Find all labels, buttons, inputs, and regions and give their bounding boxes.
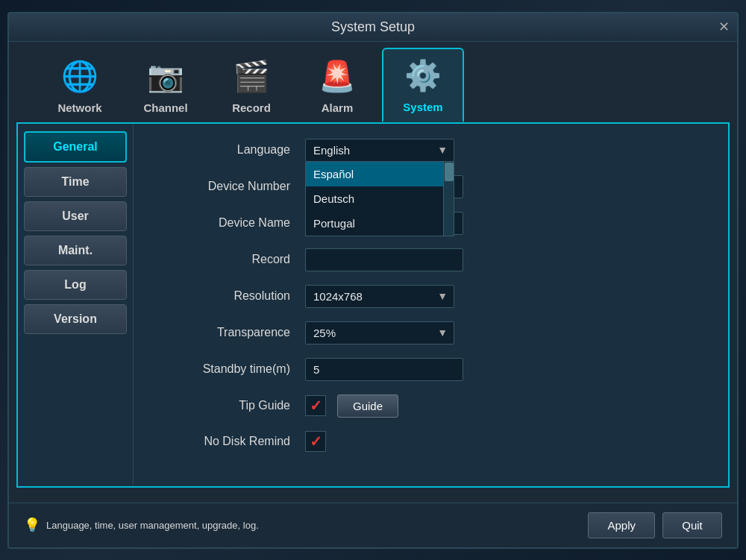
apply-button[interactable]: Apply bbox=[588, 512, 655, 538]
resolution-dropdown-arrow: ▼ bbox=[437, 290, 448, 302]
quit-button[interactable]: Quit bbox=[662, 512, 722, 538]
status-area: 💡 Language, time, user management, upgra… bbox=[24, 517, 259, 533]
sidebar-item-maint[interactable]: Maint. bbox=[24, 236, 127, 265]
transparence-dropdown-wrapper: 25% ▼ bbox=[305, 321, 454, 345]
tip-guide-label: Tip Guide bbox=[156, 399, 290, 412]
resolution-dropdown[interactable]: 1024x768 ▼ bbox=[305, 285, 454, 308]
transparence-label: Transparence bbox=[156, 326, 290, 339]
tab-network-label: Network bbox=[57, 101, 101, 114]
sidebar-item-log[interactable]: Log bbox=[24, 270, 127, 300]
resolution-value: 1024x768 bbox=[313, 290, 363, 303]
status-text: Language, time, user management, upgrade… bbox=[46, 520, 259, 531]
dropdown-scrollbar bbox=[443, 162, 454, 236]
record-label: Record bbox=[156, 253, 290, 266]
language-option-espanol[interactable]: Español bbox=[306, 162, 454, 186]
no-disk-checkbox[interactable]: ✓ bbox=[305, 431, 326, 452]
tab-channel[interactable]: 📷 Channel bbox=[125, 49, 207, 122]
sidebar-item-time[interactable]: Time bbox=[24, 167, 127, 197]
language-dropdown[interactable]: English ▼ bbox=[305, 139, 454, 162]
network-icon: 🌐 bbox=[60, 56, 101, 97]
record-icon: 🎬 bbox=[231, 56, 272, 97]
language-option-portugal[interactable]: Portugal bbox=[306, 211, 454, 236]
transparence-dropdown[interactable]: 25% ▼ bbox=[305, 321, 454, 345]
sidebar: General Time User Maint. Log Version bbox=[18, 124, 134, 486]
transparence-dropdown-arrow: ▼ bbox=[437, 327, 448, 339]
language-dropdown-list: Español Deutsch Portugal bbox=[305, 162, 454, 236]
record-row: Record bbox=[156, 248, 706, 271]
language-option-deutsch[interactable]: Deutsch bbox=[306, 186, 454, 211]
tab-alarm[interactable]: 🚨 Alarm bbox=[296, 49, 378, 122]
tip-guide-row: Tip Guide ✓ Guide bbox=[156, 394, 706, 418]
resolution-row: Resolution 1024x768 ▼ bbox=[156, 285, 706, 308]
transparence-value: 25% bbox=[313, 327, 336, 339]
standby-row: Standby time(m) bbox=[156, 358, 706, 381]
tab-system-label: System bbox=[403, 101, 442, 113]
resolution-dropdown-wrapper: 1024x768 ▼ bbox=[305, 285, 454, 308]
dropdown-scrollbar-thumb bbox=[445, 163, 454, 181]
no-disk-check-icon: ✓ bbox=[310, 432, 322, 450]
no-disk-label: No Disk Remind bbox=[156, 435, 290, 448]
no-disk-row: No Disk Remind ✓ bbox=[156, 431, 706, 452]
transparence-row: Transparence 25% ▼ bbox=[156, 321, 706, 345]
content-area: Language English ▼ Español Deutsch Portu… bbox=[134, 124, 728, 486]
main-content: General Time User Maint. Log Version Lan… bbox=[16, 122, 730, 488]
guide-button[interactable]: Guide bbox=[337, 394, 398, 418]
tab-bar: 🌐 Network 📷 Channel 🎬 Record 🚨 Alarm ⚙️ … bbox=[9, 42, 737, 122]
language-value: English bbox=[313, 144, 350, 157]
system-icon: ⚙️ bbox=[403, 55, 444, 96]
standby-input[interactable] bbox=[305, 358, 463, 381]
sidebar-item-general[interactable]: General bbox=[24, 131, 127, 163]
language-row: Language English ▼ Español Deutsch Portu… bbox=[156, 139, 706, 162]
window-title: System Setup bbox=[331, 19, 415, 34]
channel-icon: 📷 bbox=[145, 56, 186, 97]
tab-record-label: Record bbox=[232, 101, 271, 114]
record-input[interactable] bbox=[305, 248, 463, 271]
bottom-buttons: Apply Quit bbox=[588, 512, 722, 538]
sidebar-item-version[interactable]: Version bbox=[24, 304, 127, 334]
device-number-label: Device Number bbox=[156, 180, 290, 193]
device-name-label: Device Name bbox=[156, 216, 290, 230]
standby-label: Standby time(m) bbox=[156, 362, 290, 376]
title-bar: System Setup ✕ bbox=[9, 13, 737, 42]
tip-guide-check-icon: ✓ bbox=[310, 397, 322, 415]
alarm-icon: 🚨 bbox=[317, 56, 358, 97]
tip-guide-checkbox-wrapper: ✓ Guide bbox=[305, 394, 398, 418]
sidebar-item-user[interactable]: User bbox=[24, 201, 127, 231]
language-dropdown-arrow: ▼ bbox=[437, 144, 448, 156]
bottom-bar: 💡 Language, time, user management, upgra… bbox=[9, 503, 737, 547]
tab-channel-label: Channel bbox=[143, 101, 187, 114]
resolution-label: Resolution bbox=[156, 289, 290, 303]
tab-network[interactable]: 🌐 Network bbox=[39, 49, 121, 122]
tab-record[interactable]: 🎬 Record bbox=[210, 49, 292, 122]
language-dropdown-wrapper: English ▼ Español Deutsch Portugal bbox=[305, 139, 454, 162]
close-button[interactable]: ✕ bbox=[718, 20, 730, 34]
tab-alarm-label: Alarm bbox=[322, 101, 354, 114]
bulb-icon: 💡 bbox=[24, 517, 40, 533]
language-label: Language bbox=[156, 143, 290, 157]
tab-system[interactable]: ⚙️ System bbox=[382, 48, 464, 122]
tip-guide-checkbox[interactable]: ✓ bbox=[305, 395, 326, 416]
main-window: System Setup ✕ 🌐 Network 📷 Channel 🎬 Rec… bbox=[7, 12, 739, 549]
